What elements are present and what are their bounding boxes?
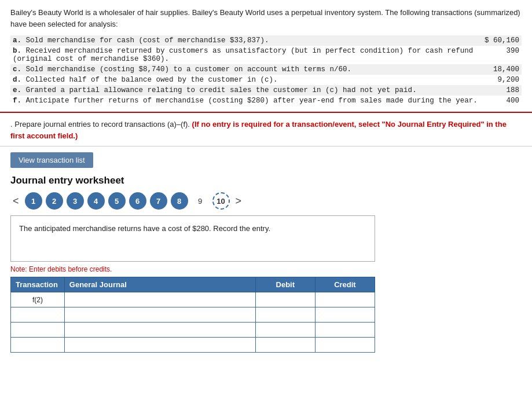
header-debit: Debit (255, 277, 315, 292)
journal-transaction-cell (11, 323, 65, 338)
worksheet-description-box: The anticipated merchandise returns have… (10, 215, 375, 262)
top-section: Bailey's Beauty World is a wholesaler of… (0, 0, 532, 113)
journal-debit-cell[interactable] (255, 338, 315, 353)
instructions-prefix: . Prepare journal entries to record tran… (10, 120, 190, 129)
journal-table: Transaction General Journal Debit Credit… (10, 277, 375, 353)
tab-5[interactable]: 5 (108, 192, 126, 210)
journal-gj-input[interactable] (65, 323, 255, 337)
transaction-row-amount: 188 (482, 85, 522, 96)
journal-credit-cell[interactable] (315, 307, 375, 323)
transaction-row-text: b. Received merchandise returned by cust… (10, 46, 482, 64)
journal-credit-cell[interactable] (315, 338, 375, 353)
tab-3[interactable]: 3 (67, 192, 84, 210)
note-text: Note: Enter debits before credits. (10, 265, 522, 273)
transaction-row-text: f. Anticipate further returns of merchan… (10, 96, 482, 106)
instructions-section: . Prepare journal entries to record tran… (0, 113, 532, 146)
journal-debit-input[interactable] (256, 338, 315, 352)
journal-credit-input[interactable] (315, 307, 375, 322)
journal-credit-cell[interactable] (315, 292, 375, 307)
journal-transaction-cell (11, 307, 65, 323)
tab-6[interactable]: 6 (129, 192, 146, 210)
header-credit: Credit (315, 277, 375, 292)
journal-gj-cell[interactable] (64, 323, 255, 338)
tab-9[interactable]: 9 (192, 192, 209, 210)
intro-paragraph: Bailey's Beauty World is a wholesaler of… (10, 7, 522, 30)
tab-7[interactable]: 7 (150, 192, 167, 210)
tab-8[interactable]: 8 (171, 192, 188, 210)
tab-next-button[interactable]: > (233, 194, 244, 208)
journal-transaction-cell: f(2) (11, 292, 65, 307)
transaction-row-amount: 390 (482, 46, 522, 64)
journal-credit-input[interactable] (315, 323, 375, 337)
worksheet-title: Journal entry worksheet (10, 175, 522, 186)
header-general-journal: General Journal (64, 277, 255, 292)
journal-credit-input[interactable] (315, 338, 375, 352)
journal-debit-cell[interactable] (255, 307, 315, 323)
tab-prev-button[interactable]: < (10, 194, 21, 208)
journal-debit-cell[interactable] (255, 292, 315, 307)
transaction-row-text: d. Collected half of the balance owed by… (10, 75, 482, 85)
journal-debit-input[interactable] (256, 323, 315, 337)
journal-gj-input[interactable] (65, 307, 255, 322)
tab-1[interactable]: 1 (25, 192, 42, 210)
view-transaction-list-button[interactable]: View transaction list (10, 152, 93, 168)
journal-gj-cell[interactable] (64, 307, 255, 323)
transaction-row-amount: 400 (482, 96, 522, 106)
transaction-row-amount: $ 60,160 (482, 35, 522, 46)
journal-gj-input[interactable] (65, 338, 255, 352)
journal-gj-cell[interactable] (64, 338, 255, 353)
journal-debit-input[interactable] (256, 307, 315, 322)
transactions-table: a. Sold merchandise for cash (cost of me… (10, 35, 522, 106)
journal-debit-cell[interactable] (255, 323, 315, 338)
transaction-row-amount: 18,400 (482, 64, 522, 75)
worksheet-section: Journal entry worksheet < 12345678910 > … (0, 171, 532, 360)
worksheet-description: The anticipated merchandise returns have… (19, 224, 366, 233)
journal-debit-input[interactable] (256, 292, 315, 307)
tabs-row: < 12345678910 > (10, 192, 522, 210)
journal-gj-cell[interactable] (64, 292, 255, 307)
journal-transaction-cell (11, 338, 65, 353)
tab-2[interactable]: 2 (46, 192, 63, 210)
header-transaction: Transaction (11, 277, 65, 292)
journal-credit-cell[interactable] (315, 323, 375, 338)
tab-10[interactable]: 10 (212, 192, 230, 210)
transaction-row-amount: 9,200 (482, 75, 522, 85)
instructions-text: . Prepare journal entries to record tran… (10, 119, 522, 141)
journal-credit-input[interactable] (315, 292, 375, 307)
transaction-row-text: a. Sold merchandise for cash (cost of me… (10, 35, 482, 46)
transaction-row-text: e. Granted a partial allowance relating … (10, 85, 482, 96)
transaction-row-text: c. Sold merchandise (costing $8,740) to … (10, 64, 482, 75)
tab-4[interactable]: 4 (87, 192, 105, 210)
journal-gj-input[interactable] (65, 292, 255, 307)
view-btn-section: View transaction list (0, 146, 532, 171)
